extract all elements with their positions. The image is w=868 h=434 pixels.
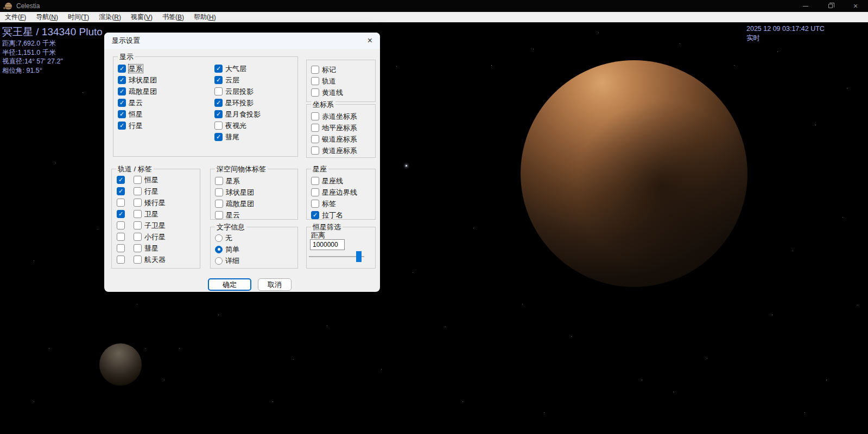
checkbox-row[interactable]: 星座边界线	[311, 188, 357, 196]
checkbox[interactable]	[118, 99, 126, 107]
checkbox-row[interactable]: 轨道	[311, 77, 343, 85]
checkbox[interactable]	[214, 122, 223, 130]
checkbox-row[interactable]: 星环投影	[214, 99, 261, 107]
window-titlebar[interactable]: Celestia ×	[0, 0, 868, 12]
label-checkbox[interactable]	[134, 233, 142, 241]
checkbox[interactable]	[311, 88, 319, 97]
ok-button[interactable]: 确定	[208, 278, 251, 291]
checkbox-row[interactable]: 银道座标系	[311, 135, 357, 143]
orbit-checkbox[interactable]	[117, 221, 125, 229]
orbit-checkbox[interactable]	[117, 233, 125, 241]
checkbox[interactable]	[215, 211, 223, 219]
menu-item[interactable]: 导航(N)	[31, 12, 63, 22]
planet-pluto[interactable]	[521, 60, 747, 287]
orbit-label-row[interactable]: 航天器	[117, 256, 166, 264]
menu-item[interactable]: 渲染(R)	[94, 12, 126, 22]
checkbox[interactable]	[311, 146, 319, 155]
label-checkbox[interactable]	[134, 221, 142, 229]
minimize-button[interactable]	[793, 0, 818, 12]
checkbox-row[interactable]: 云层投影	[214, 87, 261, 95]
orbit-label-row[interactable]: 子卫星	[117, 221, 166, 229]
menu-item[interactable]: 帮助(H)	[189, 12, 221, 22]
checkbox[interactable]	[214, 87, 223, 95]
radio-button[interactable]	[215, 257, 223, 265]
checkbox[interactable]	[214, 65, 223, 73]
checkbox-row[interactable]: 夜视光	[214, 122, 261, 130]
distance-input[interactable]	[310, 239, 345, 250]
checkbox[interactable]	[118, 65, 126, 73]
orbit-checkbox[interactable]	[117, 199, 125, 207]
orbit-label-row[interactable]: 恒星	[117, 176, 166, 184]
checkbox[interactable]	[214, 110, 223, 118]
orbit-checkbox[interactable]	[117, 256, 125, 264]
orbit-checkbox[interactable]	[117, 187, 125, 195]
orbit-checkbox[interactable]	[117, 244, 125, 252]
radio-button[interactable]	[215, 246, 223, 253]
checkbox[interactable]	[311, 200, 319, 208]
checkbox[interactable]	[118, 87, 126, 95]
orbit-label-row[interactable]: 小行星	[117, 233, 166, 241]
label-checkbox[interactable]	[134, 199, 142, 207]
dialog-titlebar[interactable]: 显示设置 ×	[104, 33, 380, 49]
checkbox[interactable]	[214, 76, 223, 84]
checkbox-row[interactable]: 云层	[214, 76, 261, 84]
bright-star[interactable]	[406, 165, 407, 167]
radio-button[interactable]	[215, 234, 223, 242]
checkbox-row[interactable]: 星座线	[311, 177, 357, 185]
checkbox-row[interactable]: 大气层	[214, 65, 261, 73]
checkbox-row[interactable]: 拉丁名	[311, 211, 357, 219]
menu-item[interactable]: 时间(T)	[63, 12, 94, 22]
checkbox-row[interactable]: 星云	[215, 211, 254, 219]
checkbox[interactable]	[311, 177, 319, 185]
checkbox-row[interactable]: 赤道坐标系	[311, 112, 357, 120]
checkbox-row[interactable]: 地平座标系	[311, 124, 357, 132]
dialog-close-icon[interactable]: ×	[368, 36, 372, 45]
checkbox[interactable]	[311, 77, 319, 85]
checkbox[interactable]	[215, 200, 223, 208]
checkbox-row[interactable]: 黄道座标系	[311, 146, 357, 155]
label-checkbox[interactable]	[134, 244, 142, 252]
checkbox[interactable]	[118, 110, 126, 118]
radio-row[interactable]: 详细	[215, 257, 239, 265]
orbit-checkbox[interactable]	[117, 210, 125, 218]
label-checkbox[interactable]	[134, 256, 142, 264]
checkbox-row[interactable]: 黄道线	[311, 88, 343, 97]
distance-slider[interactable]	[309, 251, 364, 262]
checkbox[interactable]	[215, 188, 223, 196]
label-checkbox[interactable]	[134, 210, 142, 218]
checkbox-row[interactable]: 星系	[118, 65, 157, 73]
checkbox[interactable]	[214, 99, 223, 107]
moon-charon[interactable]	[99, 343, 142, 386]
checkbox[interactable]	[311, 112, 319, 120]
checkbox[interactable]	[214, 133, 223, 141]
checkbox-row[interactable]: 恒星	[118, 110, 157, 118]
checkbox[interactable]	[311, 124, 319, 132]
menu-item[interactable]: 视窗(V)	[126, 12, 157, 22]
menu-item[interactable]: 书签(B)	[157, 12, 189, 22]
checkbox[interactable]	[118, 122, 126, 130]
checkbox[interactable]	[311, 188, 319, 196]
cancel-button[interactable]: 取消	[258, 278, 292, 291]
checkbox-row[interactable]: 星月食投影	[214, 110, 261, 118]
checkbox-row[interactable]: 标记	[311, 66, 343, 74]
radio-row[interactable]: 无	[215, 234, 239, 242]
menu-item[interactable]: 文件(F)	[0, 12, 31, 22]
checkbox-row[interactable]: 疏散星团	[118, 87, 157, 95]
close-button[interactable]: ×	[843, 0, 868, 12]
checkbox-row[interactable]: 疏散星团	[215, 200, 254, 208]
checkbox-row[interactable]: 行星	[118, 122, 157, 130]
checkbox-row[interactable]: 星系	[215, 177, 254, 185]
label-checkbox[interactable]	[134, 176, 142, 184]
orbit-label-row[interactable]: 行星	[117, 187, 166, 195]
checkbox[interactable]	[311, 211, 319, 219]
checkbox[interactable]	[118, 76, 126, 84]
orbit-label-row[interactable]: 矮行星	[117, 199, 166, 207]
orbit-label-row[interactable]: 彗星	[117, 244, 166, 252]
checkbox[interactable]	[215, 177, 223, 185]
checkbox[interactable]	[311, 135, 319, 143]
checkbox-row[interactable]: 球状星团	[118, 76, 157, 84]
maximize-button[interactable]	[818, 0, 843, 12]
checkbox-row[interactable]: 彗尾	[214, 133, 261, 141]
label-checkbox[interactable]	[134, 187, 142, 195]
orbit-label-row[interactable]: 卫星	[117, 210, 166, 218]
